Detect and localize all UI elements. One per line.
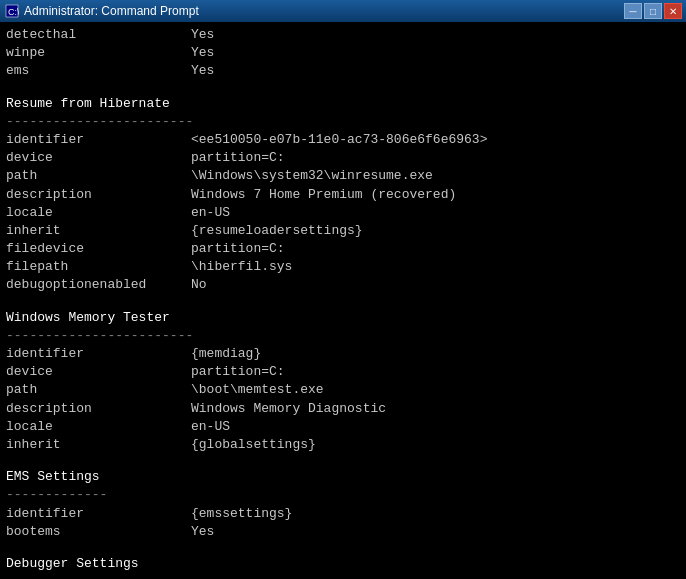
window-controls: ─ □ ✕ <box>624 3 682 19</box>
list-item: descriptionWindows 7 Home Premium (recov… <box>6 186 680 204</box>
section-separator: ------------------- <box>6 573 680 579</box>
close-button[interactable]: ✕ <box>664 3 682 19</box>
list-item: localeen-US <box>6 418 680 436</box>
title-bar: C:\ Administrator: Command Prompt ─ □ ✕ <box>0 0 686 22</box>
list-item: bootemsYes <box>6 523 680 541</box>
section-memtest-header: Windows Memory Tester <box>6 309 680 327</box>
list-item: identifier{emssettings} <box>6 505 680 523</box>
list-item: localeen-US <box>6 204 680 222</box>
list-item: identifier<ee510050-e07b-11e0-ac73-806e6… <box>6 131 680 149</box>
svg-text:C:\: C:\ <box>8 7 19 17</box>
list-item: debugoptionenabledNo <box>6 276 680 294</box>
list-item: devicepartition=C: <box>6 149 680 167</box>
minimize-button[interactable]: ─ <box>624 3 642 19</box>
section-separator: ------------------------ <box>6 327 680 345</box>
list-item: devicepartition=C: <box>6 363 680 381</box>
list-item: path\Windows\system32\winresume.exe <box>6 167 680 185</box>
list-item: winpeYes <box>6 44 680 62</box>
window-title: Administrator: Command Prompt <box>24 4 624 18</box>
list-item: inherit{globalsettings} <box>6 436 680 454</box>
list-item: inherit{resumeloadersettings} <box>6 222 680 240</box>
section-separator: ------------- <box>6 486 680 504</box>
section-separator: ------------------------ <box>6 113 680 131</box>
section-ems-header: EMS Settings <box>6 468 680 486</box>
terminal-output[interactable]: detecthalYes winpeYes emsYes Resume from… <box>0 22 686 579</box>
list-item: emsYes <box>6 62 680 80</box>
list-item: detecthalYes <box>6 26 680 44</box>
list-item: path\boot\memtest.exe <box>6 381 680 399</box>
section-debugger-header: Debugger Settings <box>6 555 680 573</box>
maximize-button[interactable]: □ <box>644 3 662 19</box>
list-item: descriptionWindows Memory Diagnostic <box>6 400 680 418</box>
list-item: filedevicepartition=C: <box>6 240 680 258</box>
app-icon: C:\ <box>4 3 20 19</box>
list-item: identifier{memdiag} <box>6 345 680 363</box>
section-resume-header: Resume from Hibernate <box>6 95 680 113</box>
list-item: filepath\hiberfil.sys <box>6 258 680 276</box>
